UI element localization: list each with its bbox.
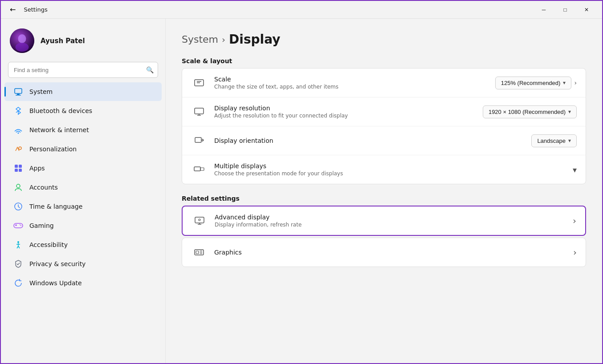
time-icon xyxy=(13,202,23,211)
breadcrumb: System › Display xyxy=(182,32,586,47)
bluetooth-icon xyxy=(13,106,23,116)
graphics-row[interactable]: Graphics › xyxy=(182,238,586,267)
svg-rect-8 xyxy=(15,165,18,168)
scale-desc: Change the size of text, apps, and other… xyxy=(214,84,495,90)
sidebar-item-system[interactable]: System xyxy=(4,82,162,101)
orientation-control[interactable]: Landscape ▾ xyxy=(531,134,577,147)
sidebar-item-time[interactable]: Time & language xyxy=(4,197,162,216)
sidebar-item-label-personalization: Personalization xyxy=(29,146,77,153)
multiple-displays-row[interactable]: Multiple displays Choose the presentatio… xyxy=(182,155,586,184)
advanced-display-chevron: › xyxy=(573,215,576,226)
multiple-displays-text: Multiple displays Choose the presentatio… xyxy=(214,162,573,177)
svg-point-12 xyxy=(16,184,20,188)
sidebar-item-label-privacy: Privacy & security xyxy=(29,260,86,267)
search-box[interactable]: 🔍 xyxy=(8,62,158,78)
resolution-value: 1920 × 1080 (Recommended) xyxy=(489,109,566,115)
orientation-dropdown[interactable]: Landscape ▾ xyxy=(531,134,577,147)
multiple-displays-icon xyxy=(191,162,207,178)
resolution-chevron-down: ▾ xyxy=(568,109,571,115)
accounts-icon xyxy=(13,182,23,192)
resolution-dropdown[interactable]: 1920 × 1080 (Recommended) ▾ xyxy=(483,105,577,118)
sidebar-item-label-accessibility: Accessibility xyxy=(29,241,68,248)
close-button[interactable]: ✕ xyxy=(576,3,597,17)
scale-chevron-down: ▾ xyxy=(563,80,566,86)
sidebar: Ayush Patel 🔍 System xyxy=(1,19,166,364)
graphics-text: Graphics xyxy=(214,249,573,256)
svg-point-19 xyxy=(17,241,19,243)
sidebar-item-update[interactable]: Windows Update xyxy=(4,274,162,292)
privacy-icon xyxy=(13,259,23,269)
svg-rect-32 xyxy=(194,167,200,171)
title-bar-controls: ─ □ ✕ xyxy=(534,3,597,17)
scale-icon xyxy=(191,75,207,91)
svg-rect-34 xyxy=(195,217,204,223)
graphics-card: Graphics › xyxy=(182,238,586,267)
advanced-display-row[interactable]: Advanced display Display information, re… xyxy=(183,206,585,235)
maximize-button[interactable]: □ xyxy=(555,3,575,17)
avatar xyxy=(10,28,34,53)
minimize-button[interactable]: ─ xyxy=(534,3,554,17)
back-button[interactable]: ← xyxy=(6,4,19,16)
svg-point-1 xyxy=(18,34,26,43)
sidebar-item-network[interactable]: Network & internet xyxy=(4,121,162,139)
sidebar-item-label-accounts: Accounts xyxy=(29,184,58,191)
orientation-row[interactable]: Display orientation Landscape ▾ xyxy=(182,126,586,155)
svg-rect-27 xyxy=(195,108,204,114)
svg-rect-5 xyxy=(16,95,21,96)
resolution-text: Display resolution Adjust the resolution… xyxy=(214,105,483,119)
multiple-displays-chevron: ▾ xyxy=(573,165,577,174)
svg-line-23 xyxy=(18,246,20,248)
sidebar-item-label-update: Windows Update xyxy=(29,279,82,287)
title-bar-left: ← Settings xyxy=(6,4,48,16)
resolution-icon xyxy=(191,104,207,120)
svg-rect-10 xyxy=(15,169,18,172)
sidebar-item-accessibility[interactable]: Accessibility xyxy=(4,235,162,254)
svg-rect-39 xyxy=(196,251,199,254)
breadcrumb-separator: › xyxy=(222,34,225,45)
sidebar-item-personalization[interactable]: Personalization xyxy=(4,140,162,158)
resolution-desc: Adjust the resolution to fit your connec… xyxy=(214,113,483,119)
scale-dropdown[interactable]: 125% (Recommended) ▾ xyxy=(495,77,572,89)
svg-point-6 xyxy=(18,133,19,134)
advanced-display-icon xyxy=(191,213,208,229)
system-icon xyxy=(13,87,23,97)
multiple-displays-label: Multiple displays xyxy=(214,162,573,170)
update-icon xyxy=(13,278,23,288)
title-bar: ← Settings ─ □ ✕ xyxy=(1,1,602,19)
main-content: System › Display Scale & layout Scale Ch… xyxy=(166,19,602,364)
advanced-display-text: Advanced display Display information, re… xyxy=(215,214,573,228)
sidebar-item-label-system: System xyxy=(29,88,53,95)
scale-control[interactable]: 125% (Recommended) ▾ › xyxy=(495,77,577,89)
app-body: Ayush Patel 🔍 System xyxy=(1,19,602,364)
sidebar-item-bluetooth[interactable]: Bluetooth & devices xyxy=(4,101,162,120)
scale-row[interactable]: Scale Change the size of text, apps, and… xyxy=(182,69,586,97)
sidebar-item-apps[interactable]: Apps xyxy=(4,159,162,178)
app-title: Settings xyxy=(24,6,47,13)
multiple-displays-desc: Choose the presentation mode for your di… xyxy=(214,170,573,177)
network-icon xyxy=(13,125,23,135)
resolution-control[interactable]: 1920 × 1080 (Recommended) ▾ xyxy=(483,105,577,118)
user-name: Ayush Patel xyxy=(41,37,85,45)
multiple-displays-control[interactable]: ▾ xyxy=(573,165,577,174)
user-section: Ayush Patel xyxy=(1,24,165,62)
sidebar-item-privacy[interactable]: Privacy & security xyxy=(4,255,162,273)
graphics-control: › xyxy=(573,247,577,258)
search-icon: 🔍 xyxy=(146,66,154,73)
search-input[interactable] xyxy=(8,62,158,78)
svg-point-2 xyxy=(16,43,29,52)
orientation-icon xyxy=(191,133,207,149)
svg-rect-3 xyxy=(15,89,22,93)
sidebar-item-gaming[interactable]: Gaming xyxy=(4,216,162,235)
svg-rect-30 xyxy=(195,138,201,142)
resolution-row[interactable]: Display resolution Adjust the resolution… xyxy=(182,97,586,126)
graphics-label: Graphics xyxy=(214,249,573,256)
svg-rect-33 xyxy=(200,168,204,170)
graphics-icon xyxy=(191,244,207,260)
sidebar-item-label-network: Network & internet xyxy=(29,126,89,133)
svg-line-22 xyxy=(17,246,18,248)
accessibility-icon xyxy=(13,240,23,250)
sidebar-nav: System Bluetooth & devices xyxy=(1,82,165,292)
svg-point-17 xyxy=(20,224,20,225)
sidebar-item-accounts[interactable]: Accounts xyxy=(4,178,162,197)
scale-label: Scale xyxy=(214,76,495,83)
